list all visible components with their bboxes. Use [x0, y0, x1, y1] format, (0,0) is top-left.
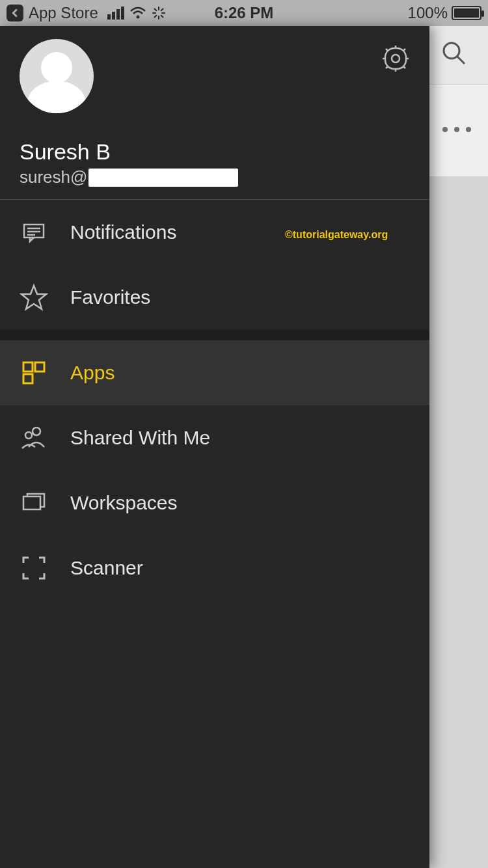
back-to-appstore-icon[interactable]	[7, 5, 23, 21]
workspaces-icon	[20, 489, 48, 517]
menu-item-scanner[interactable]: Scanner	[0, 536, 429, 601]
loading-spinner-icon	[152, 6, 166, 20]
scanner-icon	[20, 554, 48, 582]
menu-item-shared[interactable]: Shared With Me	[0, 405, 429, 470]
gear-icon	[381, 44, 410, 73]
shared-icon	[20, 424, 48, 452]
svg-rect-21	[23, 496, 40, 509]
svg-rect-16	[23, 362, 33, 372]
navigation-drawer: Suresh B suresh@ Notifications Favorites	[0, 26, 429, 868]
section-gap	[0, 330, 429, 340]
status-time: 6:26 PM	[215, 4, 274, 22]
svg-point-9	[444, 43, 459, 59]
svg-rect-18	[23, 374, 33, 383]
back-to-appstore-label[interactable]: App Store	[29, 4, 98, 22]
menu-item-workspaces[interactable]: Workspaces	[0, 470, 429, 536]
battery-percentage: 100%	[408, 4, 448, 22]
apps-icon	[20, 359, 48, 387]
battery-icon	[452, 6, 481, 20]
user-name: Suresh B	[20, 139, 410, 165]
svg-point-0	[136, 16, 139, 19]
redacted-email	[88, 169, 238, 187]
menu-item-favorites[interactable]: Favorites	[0, 265, 429, 330]
svg-point-11	[392, 55, 400, 62]
status-left: App Store	[7, 4, 166, 22]
status-right: 100%	[408, 4, 481, 22]
watermark: ©tutorialgateway.org	[285, 229, 388, 241]
drawer-header: Suresh B suresh@	[0, 26, 429, 199]
cellular-signal-icon	[107, 7, 124, 20]
svg-rect-17	[35, 362, 44, 372]
search-icon[interactable]	[440, 39, 468, 70]
menu-label: Scanner	[70, 557, 143, 579]
menu-label: Apps	[70, 362, 115, 384]
menu-label: Notifications	[70, 221, 176, 243]
svg-line-5	[154, 9, 156, 11]
settings-button[interactable]	[381, 44, 410, 73]
menu-label: Shared With Me	[70, 427, 210, 449]
wifi-icon	[129, 7, 146, 20]
more-options-icon[interactable]	[442, 127, 471, 132]
menu-item-apps[interactable]: Apps	[0, 340, 429, 405]
underlying-content	[429, 176, 488, 868]
svg-line-10	[457, 57, 465, 64]
user-email-row: suresh@	[20, 167, 410, 187]
svg-point-20	[25, 432, 32, 439]
svg-line-7	[154, 16, 156, 18]
nav-menu-2: Apps Shared With Me Workspaces	[0, 340, 429, 601]
svg-line-6	[161, 16, 163, 18]
user-email: suresh@	[20, 167, 87, 187]
avatar[interactable]	[20, 39, 94, 113]
menu-label: Workspaces	[70, 492, 178, 514]
star-icon	[20, 283, 48, 312]
nav-menu: Notifications Favorites	[0, 200, 429, 330]
svg-point-19	[33, 427, 40, 435]
status-bar: App Store 6:26 PM 100%	[0, 0, 488, 26]
notifications-icon	[20, 218, 48, 247]
menu-label: Favorites	[70, 286, 150, 308]
svg-line-8	[161, 9, 163, 11]
